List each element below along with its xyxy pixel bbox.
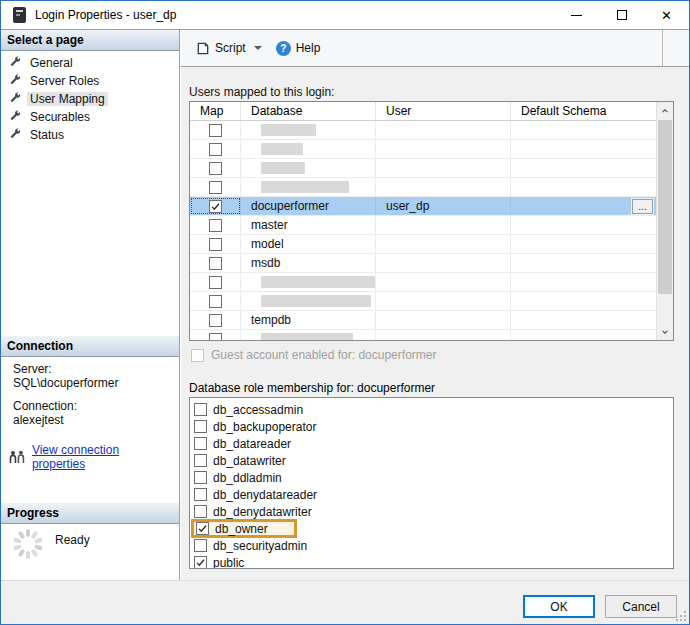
map-checkbox[interactable] [209, 295, 222, 308]
role-label: db_securityadmin [213, 539, 307, 553]
progress-header: Progress [1, 503, 179, 524]
window-controls: ✕ [554, 1, 689, 29]
sidebar-item-status[interactable]: Status [1, 126, 179, 144]
table-row[interactable] [190, 273, 656, 292]
table-row[interactable] [190, 159, 656, 178]
role-checkbox[interactable] [196, 522, 209, 535]
role-item-db_denydatareader[interactable]: db_denydatareader [194, 486, 673, 503]
role-checkbox[interactable] [194, 539, 207, 552]
table-row[interactable] [190, 140, 656, 159]
default-schema-cell [511, 254, 656, 272]
map-checkbox[interactable] [209, 124, 222, 137]
user-cell [376, 292, 511, 310]
wrench-icon [9, 73, 22, 89]
default-schema-cell [511, 140, 656, 158]
browse-schema-button[interactable]: ... [632, 199, 653, 214]
help-button[interactable]: ? Help [272, 38, 325, 59]
map-checkbox[interactable] [209, 238, 222, 251]
role-membership-label: Database role membership for: docuperfor… [189, 381, 435, 395]
table-row[interactable]: master [190, 216, 656, 235]
role-item-public[interactable]: public [194, 554, 673, 569]
role-checkbox[interactable] [194, 505, 207, 518]
default-schema-cell [511, 311, 656, 329]
role-checkbox[interactable] [194, 471, 207, 484]
cancel-button[interactable]: Cancel [605, 595, 677, 618]
default-schema-cell [511, 235, 656, 253]
table-row[interactable] [190, 292, 656, 311]
user-cell [376, 159, 511, 177]
database-cell-text: master [251, 218, 288, 232]
table-row[interactable]: model [190, 235, 656, 254]
map-checkbox[interactable] [209, 143, 222, 156]
map-checkbox[interactable] [209, 200, 222, 213]
table-scrollbar[interactable] [656, 102, 673, 340]
role-checkbox[interactable] [194, 437, 207, 450]
map-checkbox[interactable] [209, 219, 222, 232]
maximize-icon [617, 10, 627, 20]
redacted-database-name [261, 276, 375, 288]
login-properties-dialog: Login Properties - user_dp ✕ Select a pa… [0, 0, 690, 625]
scroll-up-icon[interactable] [657, 102, 673, 119]
scrollbar-thumb[interactable] [658, 120, 672, 294]
role-checkbox[interactable] [194, 420, 207, 433]
column-header-default-schema[interactable]: Default Schema [511, 102, 673, 120]
role-item-db_securityadmin[interactable]: db_securityadmin [194, 537, 673, 554]
sidebar-item-server-roles[interactable]: Server Roles [1, 72, 179, 90]
map-checkbox[interactable] [209, 181, 222, 194]
connection-header: Connection [1, 336, 179, 357]
script-icon [195, 41, 210, 56]
map-checkbox[interactable] [209, 276, 222, 289]
role-label: db_denydatawriter [213, 505, 312, 519]
role-item-db_backupoperator[interactable]: db_backupoperator [194, 418, 673, 435]
map-checkbox[interactable] [209, 314, 222, 327]
progress-spinner-icon [11, 527, 45, 561]
table-row[interactable] [190, 178, 656, 197]
connection-section: Server: SQL\docuperformer Connection: al… [13, 362, 175, 471]
minimize-button[interactable] [554, 1, 599, 29]
resize-grip[interactable] [675, 610, 686, 621]
wrench-icon [9, 91, 22, 107]
view-connection-properties-link[interactable]: View connection properties [32, 443, 175, 471]
role-label: db_owner [215, 522, 268, 536]
table-row[interactable]: docuperformeruser_dp... [190, 197, 656, 216]
maximize-button[interactable] [599, 1, 644, 29]
role-item-db_accessadmin[interactable]: db_accessadmin [194, 401, 673, 418]
table-row[interactable]: tempdb [190, 311, 656, 330]
role-checkbox[interactable] [194, 403, 207, 416]
wrench-icon [9, 127, 22, 143]
sidebar: Select a page GeneralServer RolesUser Ma… [1, 30, 180, 581]
role-checkbox[interactable] [194, 488, 207, 501]
map-checkbox-cell [190, 159, 241, 177]
map-checkbox[interactable] [209, 257, 222, 270]
sidebar-item-general[interactable]: General [1, 54, 179, 72]
table-row[interactable] [190, 330, 656, 340]
role-item-db_ddladmin[interactable]: db_ddladmin [194, 469, 673, 486]
table-row[interactable]: msdb [190, 254, 656, 273]
guest-account-label: Guest account enabled for: docuperformer [211, 348, 436, 362]
help-label: Help [296, 41, 321, 55]
sidebar-item-user-mapping[interactable]: User Mapping [1, 90, 179, 108]
scroll-down-icon[interactable] [657, 323, 673, 340]
database-cell [241, 273, 376, 291]
role-checkbox[interactable] [194, 556, 207, 569]
map-checkbox-cell [190, 178, 241, 196]
column-header-user[interactable]: User [376, 102, 511, 120]
role-item-db_datawriter[interactable]: db_datawriter [194, 452, 673, 469]
map-checkbox[interactable] [209, 162, 222, 175]
redacted-database-name [261, 124, 316, 136]
map-checkbox[interactable] [209, 333, 222, 341]
role-checkbox[interactable] [194, 454, 207, 467]
role-item-db_owner[interactable]: db_owner [194, 520, 673, 537]
user-cell [376, 121, 511, 139]
close-button[interactable]: ✕ [644, 1, 689, 29]
role-item-db_denydatawriter[interactable]: db_denydatawriter [194, 503, 673, 520]
toolbar-divider [662, 30, 663, 66]
ok-button[interactable]: OK [523, 595, 595, 618]
database-cell [241, 330, 376, 340]
sidebar-item-securables[interactable]: Securables [1, 108, 179, 126]
table-row[interactable] [190, 121, 656, 140]
column-header-map[interactable]: Map [190, 102, 241, 120]
script-button[interactable]: Script [191, 38, 266, 59]
role-item-db_datareader[interactable]: db_datareader [194, 435, 673, 452]
column-header-database[interactable]: Database [241, 102, 376, 120]
